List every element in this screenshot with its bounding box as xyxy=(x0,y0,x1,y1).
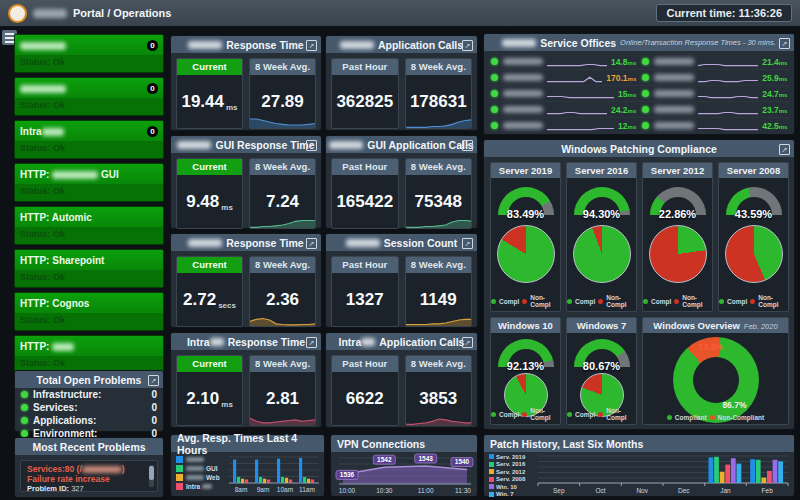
redacted-text xyxy=(186,457,204,462)
gauge: 43.59% xyxy=(726,187,782,217)
svg-text:8am: 8am xyxy=(235,486,248,493)
tile-title: HTTP: Sharepoint xyxy=(20,255,104,266)
redacted-text xyxy=(186,475,204,480)
recent-problem-entry[interactable]: Services:80 (/) Failure rate increase Pr… xyxy=(20,460,158,492)
office-row: 23.7ms xyxy=(639,102,790,118)
external-link-icon[interactable]: ↗ xyxy=(779,38,790,49)
panel-gui-application-calls: GUI Application Calls↗ Past Hour165422 8… xyxy=(325,135,478,229)
panel-total-open-problems: Total Open Problems ↗ Infrastructure:0 S… xyxy=(14,370,164,432)
scrollbar-thumb[interactable] xyxy=(149,466,154,480)
redacted-office-name xyxy=(503,106,543,113)
problem-id: Problem ID: 327 xyxy=(27,484,143,492)
panel-gui-response-time: GUI Response Time↗ Current9.48ms 8 Week … xyxy=(170,135,322,229)
svg-text:1536: 1536 xyxy=(340,471,355,478)
sparkline xyxy=(547,72,602,83)
page-title: Portal / Operations xyxy=(73,7,171,19)
status-tile-http-cognos[interactable]: HTTP: Cognos Status: Ok xyxy=(14,292,164,331)
sparkline xyxy=(250,311,315,326)
status-dot xyxy=(21,417,28,424)
external-link-icon[interactable]: ↗ xyxy=(306,140,317,151)
compliant-label: 86.7% xyxy=(722,400,746,410)
redacted-text xyxy=(42,128,64,136)
status-dot xyxy=(642,106,649,113)
status-tile-http-automic[interactable]: HTTP: Automic Status: Ok xyxy=(14,206,164,245)
redacted-text xyxy=(177,141,211,149)
problem-row: Applications:0 xyxy=(15,414,163,427)
redacted-brand-name xyxy=(33,9,67,18)
redacted-text xyxy=(82,466,122,473)
status-dot xyxy=(21,430,28,437)
status-tile-http-sharepoint[interactable]: HTTP: Sharepoint Status: Ok xyxy=(14,249,164,288)
sparkline xyxy=(250,213,315,228)
stat-current: Current9.48ms xyxy=(176,158,243,229)
redacted-text xyxy=(202,484,212,489)
svg-text:Dec: Dec xyxy=(678,487,690,494)
external-link-icon[interactable]: ↗ xyxy=(779,144,790,155)
donut-chart: 13.3% 86.7% xyxy=(673,337,759,423)
panel-header: GUI Response Time↗ xyxy=(171,136,321,153)
legend: ComplNon-Compl xyxy=(567,294,636,308)
stat-8week-avg: 8 Week Avg.2.81 xyxy=(249,355,316,426)
status-tile-http-gui[interactable]: HTTP: GUI Status: Ok xyxy=(14,163,164,202)
office-row: 24.7ms xyxy=(639,86,790,102)
redacted-text xyxy=(20,42,66,50)
problem-row: Services:0 xyxy=(15,401,163,414)
panel-most-recent-problems: Most Recent Problems Services:80 (/) Fai… xyxy=(14,437,164,498)
tile-title xyxy=(20,40,66,51)
stat-8week-avg: 8 Week Avg.1149 xyxy=(405,256,473,327)
compliance-card-windows-overview: Windows OverviewFeb. 2020 13.3% 86.7% Co… xyxy=(642,317,789,425)
bar-chart-patch-history: SepOctNovDecJanFeb xyxy=(536,451,790,497)
tile-status: Status: Ok xyxy=(15,184,163,198)
panel-header: Session Count↗ xyxy=(326,234,477,251)
compliance-card-server-2012: Server 2012 22.86% ComplNon-Compl xyxy=(642,162,713,312)
menu-icon-bar xyxy=(5,33,14,35)
redacted-office-name xyxy=(503,58,543,65)
tile-status: Status: Ok xyxy=(15,270,163,284)
external-link-icon[interactable]: ↗ xyxy=(462,337,473,348)
office-row: 12ms xyxy=(488,118,639,133)
external-link-icon[interactable]: ↗ xyxy=(306,238,317,249)
stat-current: Current2.72secs xyxy=(176,256,243,327)
svg-text:10:00: 10:00 xyxy=(339,487,356,494)
sparkline xyxy=(547,88,614,99)
external-link-icon[interactable]: ↗ xyxy=(462,238,473,249)
status-dot xyxy=(642,90,649,97)
external-link-icon[interactable]: ↗ xyxy=(306,40,317,51)
panel-header: Avg. Resp. Times Last 4 Hours xyxy=(171,435,324,452)
svg-text:Jan: Jan xyxy=(720,487,731,494)
sparkline xyxy=(250,113,315,128)
status-tile-1[interactable]: 0 Status: Ok xyxy=(14,34,164,73)
svg-text:10:30: 10:30 xyxy=(376,487,393,494)
stat-past-hour: Past Hour6622 xyxy=(331,355,399,426)
legend: Serv. 2019 Serv. 2016 Serv. 2012 Serv. 2… xyxy=(489,453,525,498)
status-tile-2[interactable]: 0 Status: Ok xyxy=(14,77,164,116)
redacted-text xyxy=(502,39,536,47)
pie-chart xyxy=(725,225,783,283)
svg-text:Feb: Feb xyxy=(762,487,774,494)
sparkline xyxy=(698,88,758,99)
sparkline xyxy=(406,213,472,228)
office-row: 170.1ms xyxy=(488,70,639,86)
company-logo xyxy=(8,4,27,23)
external-link-icon[interactable]: ↗ xyxy=(148,375,159,386)
svg-text:Nov: Nov xyxy=(636,487,648,494)
panel-header: VPN Connections xyxy=(331,435,477,452)
panel-patch-history: Patch History, Last Six Months Serv. 201… xyxy=(483,434,795,497)
office-row: 42.5ms xyxy=(639,118,790,133)
external-link-icon[interactable]: ↗ xyxy=(306,337,317,348)
external-link-icon[interactable]: ↗ xyxy=(462,140,473,151)
pie-chart xyxy=(573,225,631,283)
panel-header: Total Open Problems ↗ xyxy=(15,371,163,388)
office-list: 14.8ms 170.1ms 15ms 24.2ms 12ms 21.4ms 2… xyxy=(484,51,794,136)
dashboard: Portal / Operations Current time: 11:36:… xyxy=(0,0,800,500)
stat-past-hour: Past Hour362825 xyxy=(331,58,399,129)
sparkline xyxy=(547,56,607,67)
office-row: 14.8ms xyxy=(488,54,639,70)
status-tile-http-redacted[interactable]: HTTP: Status: Ok xyxy=(14,335,164,374)
panel-header: Windows Patching Compliance↗ xyxy=(484,140,794,157)
status-dot xyxy=(491,90,498,97)
office-row: 24.2ms xyxy=(488,102,639,118)
stat-8week-avg: 8 Week Avg.2.36 xyxy=(249,256,316,327)
status-tile-intranet[interactable]: Intra 0 Status: Ok xyxy=(14,120,164,159)
external-link-icon[interactable]: ↗ xyxy=(462,40,473,51)
